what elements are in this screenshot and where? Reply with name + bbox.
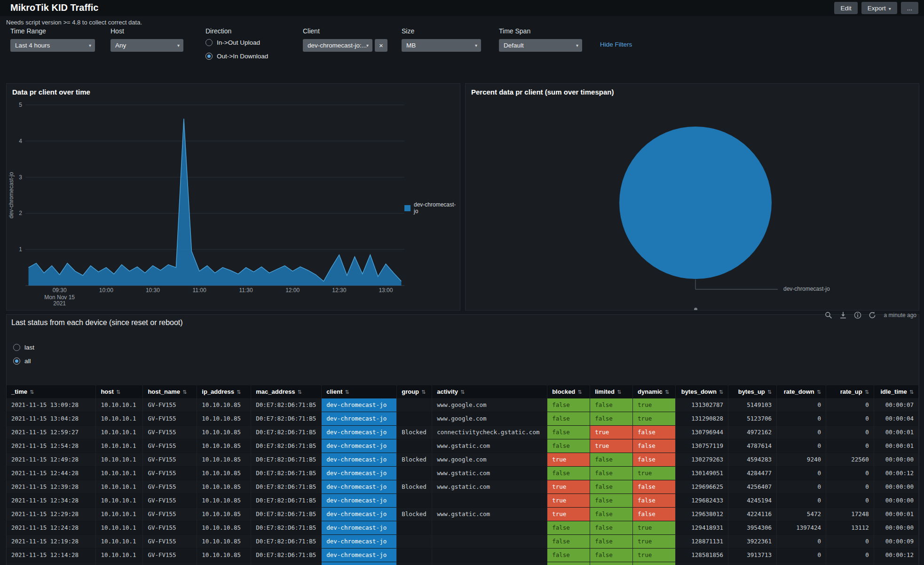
table-row[interactable]: 2021-11-15 12:54:2810.10.10.1GV-FV15510.… — [7, 439, 919, 453]
column-header-limited[interactable]: limited⇅ — [590, 385, 633, 398]
info-icon[interactable] — [854, 311, 861, 319]
time-span-select[interactable]: Default ▾ — [499, 39, 582, 52]
cell-bytes_down: 128871131 — [676, 534, 728, 548]
column-header-group[interactable]: group⇅ — [397, 385, 432, 398]
cell-mac_address: D0:E7:82:D6:71:B5 — [251, 412, 322, 425]
column-header-time[interactable]: _time⇅ — [7, 385, 96, 398]
chart-legend[interactable]: dev-chromecast-jo — [404, 201, 460, 215]
cell-group — [397, 548, 432, 562]
column-header-mac_address[interactable]: mac_address⇅ — [251, 385, 322, 398]
header-actions: Edit Export▾ ... — [834, 2, 918, 14]
client-select[interactable]: dev-chromecast-jo:... ▾ — [303, 39, 372, 52]
pie-slice[interactable] — [619, 127, 772, 279]
column-label: group — [402, 388, 419, 395]
download-icon[interactable] — [839, 311, 847, 319]
cell-idle_time: 00:00:01 — [874, 439, 918, 453]
direction-radio-group: In->Out UploadOut->In Download — [205, 39, 268, 60]
column-header-rate_down[interactable]: rate_down⇅ — [777, 385, 826, 398]
table-row[interactable]: 2021-11-15 13:04:2810.10.10.1GV-FV15510.… — [7, 412, 919, 425]
table-row[interactable]: 2021-11-15 12:34:2810.10.10.1GV-FV15510.… — [7, 493, 919, 507]
table-row[interactable]: 2021-11-15 12:49:2810.10.10.1GV-FV15510.… — [7, 453, 919, 466]
cell-time: 2021-11-15 13:04:28 — [7, 412, 96, 425]
cell-host: 10.10.10.1 — [96, 412, 143, 425]
radio-selected-icon — [205, 53, 213, 60]
column-header-host_name[interactable]: host_name⇅ — [143, 385, 197, 398]
cell-dynamic: false — [633, 425, 676, 439]
x-tick-label: 10:00 — [99, 287, 113, 294]
table-row[interactable]: 2021-11-15 12:39:2810.10.10.1GV-FV15510.… — [7, 480, 919, 493]
sort-icon: ⇅ — [665, 389, 669, 395]
column-header-host[interactable]: host⇅ — [96, 385, 143, 398]
cell-client: dev-chromecast-jo — [322, 493, 397, 507]
column-label: activity — [437, 388, 458, 395]
column-header-idle_time[interactable]: idle_time⇅ — [874, 385, 918, 398]
table-row[interactable]: 2021-11-15 12:09:2810.10.10.1GV-FV15510.… — [7, 562, 919, 565]
table-row[interactable]: 2021-11-15 13:09:2810.10.10.1GV-FV15510.… — [7, 398, 919, 412]
cell-time: 2021-11-15 12:14:28 — [7, 548, 96, 562]
table-row[interactable]: 2021-11-15 12:29:2810.10.10.1GV-FV15510.… — [7, 507, 919, 521]
radio-option-all[interactable]: all — [13, 358, 34, 365]
cell-bytes_up: 3954306 — [728, 521, 777, 534]
edit-button[interactable]: Edit — [834, 2, 857, 14]
refresh-icon[interactable] — [869, 311, 876, 319]
column-header-dynamic[interactable]: dynamic⇅ — [633, 385, 676, 398]
more-button[interactable]: ... — [901, 2, 918, 14]
cell-limited: false — [590, 493, 633, 507]
sort-icon: ⇅ — [460, 389, 465, 395]
radio-option-last[interactable]: last — [13, 344, 34, 351]
cell-mac_address: D0:E7:82:D6:71:B5 — [251, 398, 322, 412]
cell-client: dev-chromecast-jo — [322, 521, 397, 534]
cell-group: Blocked — [397, 480, 432, 493]
table-row[interactable]: 2021-11-15 12:59:2710.10.10.1GV-FV15510.… — [7, 425, 919, 439]
cell-rate_up: 0 — [826, 439, 874, 453]
cell-dynamic: true — [633, 521, 676, 534]
status-radio-group: lastall — [13, 344, 34, 371]
radio-option-out-in-download[interactable]: Out->In Download — [205, 53, 268, 60]
chevron-down-icon: ▾ — [475, 39, 477, 52]
clear-client-button[interactable]: × — [375, 39, 387, 52]
sort-icon: ⇅ — [30, 389, 34, 395]
status-table-wrap: _time⇅host⇅host_name⇅ip_address⇅mac_addr… — [7, 385, 919, 565]
column-header-bytes_down[interactable]: bytes_down⇅ — [676, 385, 728, 398]
cell-ip_address: 10.10.10.85 — [197, 548, 251, 562]
column-header-bytes_up[interactable]: bytes_up⇅ — [728, 385, 777, 398]
select-value: Default — [504, 42, 524, 49]
export-button[interactable]: Export▾ — [861, 2, 897, 14]
panel-title: Data pr client over time — [12, 88, 90, 96]
cell-host_name: GV-FV155 — [143, 562, 197, 565]
hide-filters-link[interactable]: Hide Filters — [600, 41, 632, 48]
cell-host: 10.10.10.1 — [96, 425, 143, 439]
table-row[interactable]: 2021-11-15 12:24:2810.10.10.1GV-FV15510.… — [7, 521, 919, 534]
cell-group — [397, 521, 432, 534]
column-header-blocked[interactable]: blocked⇅ — [547, 385, 590, 398]
pie-pagination-dot[interactable] — [694, 308, 697, 310]
cell-idle_time: 00:00:01 — [874, 425, 918, 439]
radio-label: In->Out Upload — [217, 39, 260, 46]
time-range-select[interactable]: Last 4 hours ▾ — [10, 39, 95, 52]
y-tick-label: 5 — [19, 102, 22, 108]
panel-title: Percent data pr client (sum over timespa… — [471, 88, 614, 96]
cell-bytes_up: 4245194 — [728, 493, 777, 507]
search-icon[interactable] — [825, 311, 832, 319]
table-row[interactable]: 2021-11-15 12:44:2810.10.10.1GV-FV15510.… — [7, 466, 919, 480]
table-row[interactable]: 2021-11-15 12:19:2810.10.10.1GV-FV15510.… — [7, 534, 919, 548]
cell-ip_address: 10.10.10.85 — [197, 453, 251, 466]
cell-rate_down: 0 — [777, 548, 826, 562]
size-select[interactable]: MB ▾ — [402, 39, 481, 52]
cell-bytes_down: 130796944 — [676, 425, 728, 439]
column-header-ip_address[interactable]: ip_address⇅ — [197, 385, 251, 398]
page-subtitle: Needs script version >= 4.8 to collect c… — [6, 19, 142, 26]
cell-client: dev-chromecast-jo — [322, 466, 397, 480]
column-header-client[interactable]: client⇅ — [322, 385, 397, 398]
column-header-activity[interactable]: activity⇅ — [432, 385, 547, 398]
column-header-rate_up[interactable]: rate_up⇅ — [826, 385, 874, 398]
cell-dynamic: true — [633, 534, 676, 548]
host-select[interactable]: Any ▾ — [111, 39, 183, 52]
cell-rate_down: 416 — [777, 562, 826, 565]
cell-activity: www.gstatic.com — [432, 480, 547, 493]
cell-ip_address: 10.10.10.85 — [197, 425, 251, 439]
radio-option-in-out-upload[interactable]: In->Out Upload — [205, 39, 268, 46]
cell-limited: true — [590, 439, 633, 453]
table-row[interactable]: 2021-11-15 12:14:2810.10.10.1GV-FV15510.… — [7, 548, 919, 562]
cell-host_name: GV-FV155 — [143, 493, 197, 507]
